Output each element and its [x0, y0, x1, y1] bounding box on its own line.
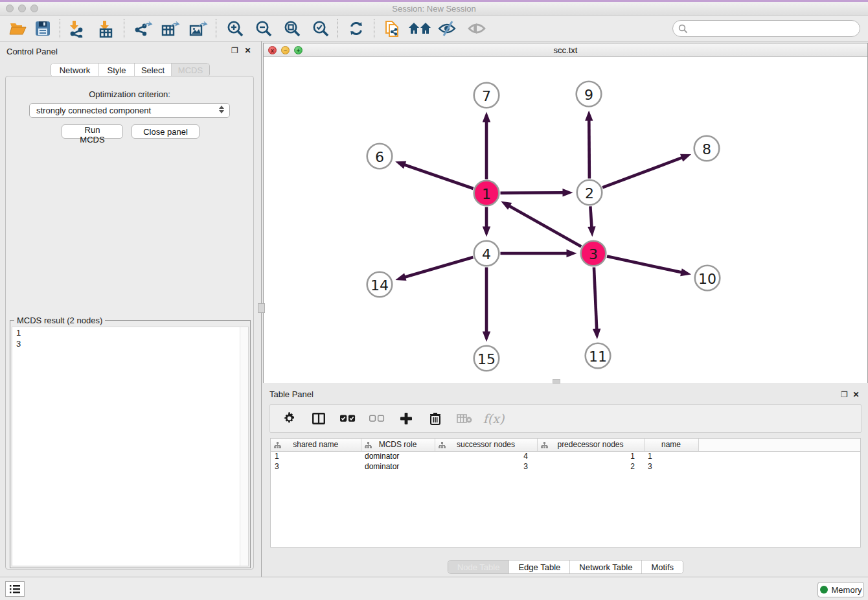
tab-style[interactable]: Style — [99, 63, 135, 76]
function-builder-icon: f(x) — [486, 411, 501, 426]
main-toolbar — [0, 16, 868, 41]
graph-edge[interactable] — [508, 205, 582, 246]
graph-edge-arrowhead — [680, 268, 691, 276]
column-header-predecessor-nodes[interactable]: predecessor nodes — [537, 439, 644, 451]
search-input[interactable] — [688, 22, 860, 35]
float-panel-icon[interactable]: ❐ — [231, 47, 239, 55]
column-header-shared-name[interactable]: shared name — [271, 439, 361, 451]
graph-edge[interactable] — [590, 206, 591, 229]
table-cell: 1 — [271, 451, 361, 461]
network-canvas[interactable]: 7968124314101511 — [264, 57, 867, 383]
status-bar: Memory — [0, 577, 868, 600]
export-network-icon[interactable] — [131, 17, 155, 40]
zoom-out-icon[interactable] — [252, 17, 275, 40]
graph-node-label: 1 — [482, 186, 491, 202]
graph-edge[interactable] — [500, 192, 565, 193]
column-header-successor-nodes[interactable]: successor nodes — [435, 439, 537, 451]
column-type-icon — [541, 442, 548, 448]
table-row[interactable]: 3dominator323 — [271, 461, 860, 472]
graph-edge-arrowhead — [567, 249, 577, 257]
column-header-name[interactable]: name — [644, 439, 698, 451]
task-history-button[interactable] — [5, 581, 25, 597]
tab-node-table[interactable]: Node Table — [448, 560, 510, 573]
export-table-icon[interactable] — [159, 17, 182, 40]
home-networks-icon[interactable] — [408, 17, 431, 40]
graph-node-label: 2 — [585, 185, 594, 202]
table-cell: 4 — [435, 451, 537, 461]
tab-motifs[interactable]: Motifs — [642, 560, 683, 573]
select-all-columns-icon[interactable] — [340, 411, 356, 426]
panel-splitter-handle[interactable] — [258, 303, 265, 313]
graph-edge[interactable] — [607, 257, 683, 273]
memory-status-icon — [820, 586, 828, 594]
table-row[interactable]: 1dominator411 — [271, 451, 860, 461]
split-pane-icon[interactable] — [311, 411, 326, 426]
add-icon[interactable] — [398, 411, 414, 426]
column-type-icon — [365, 442, 372, 448]
import-table-icon[interactable] — [94, 17, 117, 40]
graph-edge[interactable] — [403, 257, 473, 278]
tab-edge-table[interactable]: Edge Table — [509, 560, 570, 573]
trash-icon[interactable] — [428, 411, 443, 426]
close-table-panel-icon[interactable]: ✕ — [852, 391, 860, 399]
clone-network-icon[interactable] — [381, 17, 404, 40]
memory-label: Memory — [832, 585, 862, 595]
table-cell: dominator — [361, 461, 435, 472]
mcds-result-item[interactable]: 3 — [12, 338, 248, 349]
column-header-mcds-role[interactable]: MCDS role — [361, 439, 435, 451]
toolbar-separator — [374, 19, 374, 38]
tab-select[interactable]: Select — [135, 63, 172, 76]
open-folder-icon[interactable] — [6, 17, 30, 40]
mcds-result-list[interactable]: 13 — [12, 327, 249, 566]
window-title: Session: New Session — [0, 4, 868, 14]
close-panel-icon[interactable]: ✕ — [244, 47, 252, 55]
refresh-icon[interactable] — [345, 17, 368, 40]
control-panel: Control Panel ❐ ✕ Network Style Select M… — [0, 41, 262, 577]
zoom-selected-icon[interactable] — [309, 17, 332, 40]
save-icon[interactable] — [31, 17, 54, 40]
mcds-result-item[interactable]: 1 — [12, 327, 248, 338]
graph-node-label: 3 — [589, 246, 598, 262]
graph-edge[interactable] — [602, 157, 684, 187]
zoom-fit-icon[interactable] — [280, 17, 304, 40]
export-image-icon[interactable] — [187, 17, 210, 40]
tab-mcds[interactable]: MCDS — [172, 63, 209, 76]
control-panel-title: Control Panel — [6, 47, 58, 56]
graph-edge[interactable] — [402, 164, 473, 189]
search-field[interactable] — [672, 20, 860, 37]
application-window: Session: New Session — [0, 0, 868, 600]
toolbar-separator — [337, 19, 338, 38]
tab-network[interactable]: Network — [51, 63, 99, 76]
criterion-dropdown[interactable]: strongly connected component — [29, 103, 230, 118]
table-panel-title: Table Panel — [269, 389, 314, 399]
float-table-panel-icon[interactable]: ❐ — [840, 391, 849, 399]
close-panel-button[interactable]: Close panel — [131, 124, 200, 139]
graph-edge-arrowhead — [593, 329, 600, 339]
hide-eye-icon[interactable] — [435, 17, 459, 40]
scrollbar-track[interactable] — [240, 327, 248, 566]
column-header-filler — [698, 439, 860, 451]
run-mcds-button[interactable]: Run MCDS — [62, 124, 123, 139]
memory-button[interactable]: Memory — [817, 582, 864, 597]
graph-edge-arrowhead — [483, 332, 490, 342]
chevron-up-down-icon — [218, 106, 225, 113]
graph-edge-arrowhead — [483, 227, 490, 237]
tab-network-table[interactable]: Network Table — [570, 560, 642, 573]
canvas-splitter-handle[interactable] — [553, 379, 560, 384]
toolbar-separator — [216, 19, 216, 38]
unselect-all-columns-icon[interactable] — [369, 411, 385, 426]
graph-edge-arrowhead — [395, 161, 406, 169]
graph-node-label: 9 — [584, 87, 593, 103]
network-graph[interactable]: 7968124314101511 — [264, 57, 867, 383]
network-window-titlebar[interactable]: x – + scc.txt — [264, 43, 867, 57]
import-network-icon[interactable] — [65, 17, 88, 40]
table-tabs: Node Table Edge Table Network Table Moti… — [263, 560, 868, 574]
graph-edge[interactable] — [594, 267, 597, 331]
graph-edge-arrowhead — [501, 202, 512, 210]
mcds-result-title: MCDS result (2 nodes) — [14, 316, 105, 325]
graph-node-label: 15 — [477, 351, 496, 367]
graph-edge-arrowhead — [585, 110, 593, 121]
gear-icon[interactable] — [282, 411, 297, 426]
zoom-in-icon[interactable] — [223, 17, 247, 40]
graph-edge[interactable] — [589, 118, 589, 178]
